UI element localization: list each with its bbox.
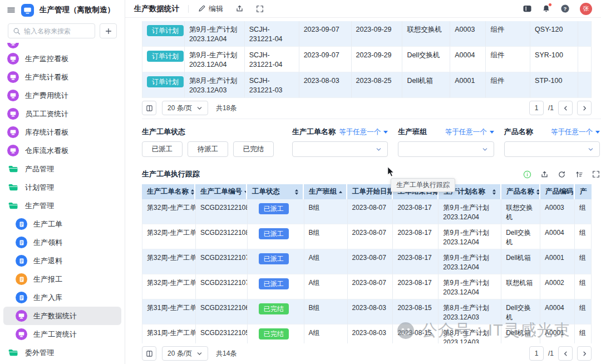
track-table-header: 生产工单名称生产工单编号工单状态生产班组工单开始日期工单结束日期生产计划名称产品…	[142, 184, 592, 199]
share-icon	[235, 4, 244, 13]
question-icon: ?	[560, 4, 570, 13]
table-row[interactable]: 第32周-生产工单SCGD23122108已派工B组2023-08-072023…	[142, 199, 592, 224]
filter-operator[interactable]: 等于任意一个	[445, 127, 494, 137]
sidebar-item[interactable]: 生产退料	[3, 252, 121, 270]
monitor-icon	[16, 328, 27, 340]
pencil-icon	[198, 4, 206, 13]
refresh-icon[interactable]	[558, 170, 566, 179]
operator-label: 等于任意一个	[445, 127, 487, 137]
table-row[interactable]: 订单计划第8月-生产计划 2023.12A03SCJH-231221-03202…	[142, 72, 592, 98]
sort-icon[interactable]	[575, 170, 583, 179]
table-cell: 第32周-生产工单	[142, 199, 196, 224]
table-row[interactable]: 第31周-生产工单SCGD23122105已完结A组2023-08-032023…	[142, 324, 592, 343]
filter-field-header: 生产班组等于任意一个	[398, 127, 494, 137]
filter-select[interactable]	[504, 141, 600, 157]
status-filter-button[interactable]: 待派工	[188, 141, 228, 157]
add-button[interactable]	[100, 23, 117, 38]
sidebar-item[interactable]: 生产工资统计	[3, 325, 121, 343]
sidebar-item-label: 计划管理	[25, 183, 54, 193]
page-number-input[interactable]: 1	[529, 101, 544, 115]
table-row[interactable]: 订单计划第9月-生产计划 2023.12A04SCJH-231221-04202…	[142, 47, 592, 72]
sidebar-item[interactable]: 仓库流水看板	[3, 141, 121, 160]
fullscreen-icon[interactable]	[592, 170, 600, 178]
page-number-input[interactable]: 1	[529, 346, 544, 361]
panel-toggle-button[interactable]	[523, 4, 532, 13]
user-avatar[interactable]: 张	[580, 3, 592, 15]
prev-page-button[interactable]	[558, 346, 573, 361]
status-badge: 已派工	[259, 253, 289, 264]
table-row[interactable]: 第31周-生产工单SCGD23122106已完结B组2023-08-032023…	[142, 299, 592, 324]
column-header[interactable]: 生产班组	[304, 184, 347, 199]
sidebar-item[interactable]: 员工工资统计	[3, 105, 121, 123]
sidebar-item[interactable]: 生产入库	[3, 288, 121, 307]
sidebar-item[interactable]: 产品管理	[3, 160, 121, 178]
table-cell: 已派工	[248, 249, 304, 274]
table-cell: A0003	[540, 199, 575, 224]
column-header[interactable]: 产品名称	[501, 184, 540, 199]
divider	[142, 119, 601, 119]
share-icon[interactable]	[540, 170, 549, 179]
sidebar-item[interactable]: 生产报工	[3, 270, 121, 288]
table-cell: A0004	[540, 299, 575, 324]
sidebar-item[interactable]: 生产监控看板	[3, 50, 121, 68]
filter-operator[interactable]: 等于任意一个	[551, 127, 600, 137]
filter-select[interactable]	[398, 141, 494, 157]
table-row[interactable]: 第32周-生产工单SCGD23122108已派工B组2023-08-072023…	[142, 224, 592, 249]
page-size-select[interactable]: 20 条/页	[162, 101, 208, 115]
table-cell: 2023-08-03	[348, 324, 393, 343]
sidebar-item[interactable]	[3, 43, 121, 50]
next-page-button[interactable]	[577, 346, 592, 361]
filter-select[interactable]	[292, 141, 388, 157]
export-button[interactable]	[235, 4, 244, 13]
prev-page-button[interactable]	[558, 101, 573, 115]
edit-button[interactable]: 编辑	[198, 4, 223, 14]
fullscreen-button[interactable]	[256, 5, 264, 13]
sidebar-item[interactable]: 管理后台	[3, 362, 121, 364]
app-logo-icon	[21, 3, 35, 17]
filter-field-header: 产品名称等于任意一个	[504, 127, 600, 137]
sidebar-item[interactable]: 计划管理	[3, 178, 121, 196]
sidebar-item[interactable]: 生产工单	[3, 215, 121, 233]
next-page-button[interactable]	[577, 101, 592, 115]
column-header[interactable]: 生产工单名称	[142, 184, 195, 199]
sidebar-item[interactable]: 库存统计看板	[3, 123, 121, 141]
sidebar-item[interactable]: 生产费用统计	[3, 86, 121, 105]
table-row[interactable]: 第32周-生产工单SCGD23122107已派工A组2023-08-072023…	[142, 274, 592, 299]
sidebar-item[interactable]: 生产数据统计	[3, 307, 121, 325]
status-filter-button[interactable]: 已派工	[142, 141, 183, 157]
filter-operator[interactable]: 等于任意一个	[339, 127, 388, 137]
divider	[188, 5, 189, 13]
column-header[interactable]: 产品编码	[540, 184, 575, 199]
column-header[interactable]: 工单状态	[247, 184, 304, 199]
info-icon[interactable]	[523, 170, 531, 179]
column-settings-button[interactable]	[142, 101, 156, 115]
search-input[interactable]	[24, 27, 90, 35]
sidebar-item[interactable]: 委外管理	[3, 343, 121, 362]
search-box[interactable]	[8, 23, 95, 38]
section-title: 生产工单执行跟踪	[142, 169, 200, 179]
table-cell: 2023-08-03	[299, 72, 352, 98]
menu-toggle-icon[interactable]	[7, 6, 16, 14]
status-filter-button[interactable]: 已完结	[233, 141, 274, 157]
chevron-down-icon	[376, 146, 382, 153]
sidebar-item[interactable]: 生产统计看板	[3, 68, 121, 86]
column-header[interactable]: 产	[575, 184, 592, 199]
sort-desc-icon	[295, 193, 298, 195]
table-cell: 已完结	[248, 324, 304, 343]
page-size-select[interactable]: 20 条/页	[162, 346, 208, 361]
column-settings-button[interactable]	[142, 346, 156, 361]
sort-icon	[492, 189, 496, 195]
monitor-icon	[7, 126, 19, 138]
notifications-button[interactable]	[542, 4, 550, 13]
column-header[interactable]: 工单开始日期	[347, 184, 393, 199]
sidebar-item[interactable]: 生产管理	[3, 196, 121, 215]
doc-icon	[16, 237, 27, 248]
table-row[interactable]: 第32周-生产工单SCGD23122107已派工A组2023-08-072023…	[142, 249, 592, 274]
sidebar-item[interactable]: 生产领料	[3, 233, 121, 252]
column-header[interactable]: 生产工单编号	[195, 184, 247, 199]
sort-asc-icon	[295, 189, 298, 191]
table-cell: 第9月-生产计划 2023.12A04	[439, 249, 501, 274]
help-button[interactable]: ?	[560, 4, 570, 13]
page-total: /1	[548, 350, 554, 357]
table-row[interactable]: 订单计划第9月-生产计划 2023.12A04SCJH-231221-04202…	[142, 21, 592, 47]
